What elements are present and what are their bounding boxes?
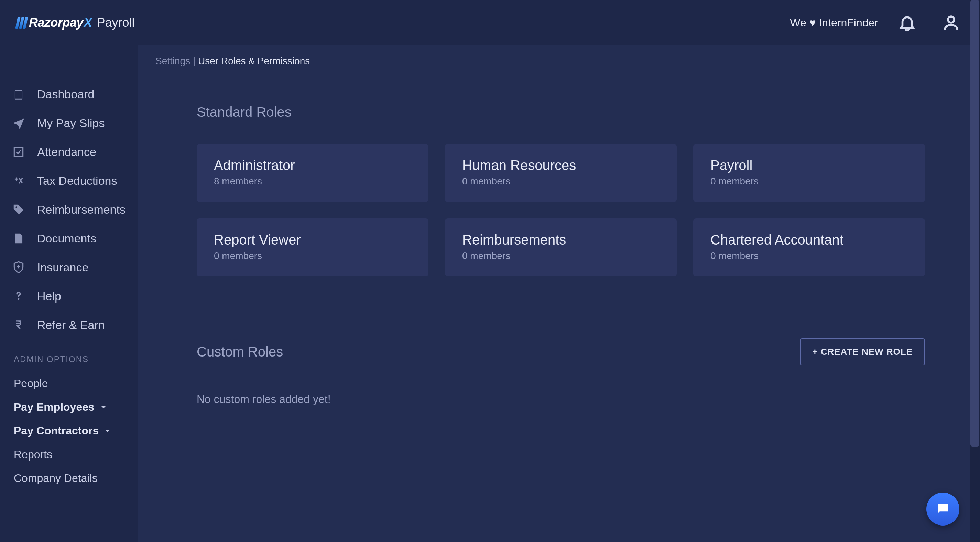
sidebar: Dashboard My Pay Slips Attendance Tax De… xyxy=(0,45,138,542)
role-name: Reimbursements xyxy=(462,232,660,248)
admin-item-label: Company Details xyxy=(14,472,98,485)
admin-item-people[interactable]: People xyxy=(0,372,138,395)
rupee-icon xyxy=(12,318,25,332)
paper-plane-icon xyxy=(12,116,25,130)
sidebar-item-attendance[interactable]: Attendance xyxy=(0,137,138,166)
brand-logo[interactable]: RazorpayX Payroll xyxy=(16,16,135,30)
chevron-down-icon xyxy=(103,426,113,436)
scrollbar-thumb[interactable] xyxy=(970,0,979,447)
question-icon xyxy=(12,289,25,303)
admin-item-label: Pay Employees xyxy=(14,401,95,414)
check-square-icon xyxy=(12,145,25,158)
role-members: 0 members xyxy=(462,176,660,187)
svg-point-1 xyxy=(16,206,17,208)
breadcrumb-parent[interactable]: Settings xyxy=(156,55,190,66)
role-card-chartered-accountant[interactable]: Chartered Accountant 0 members xyxy=(693,219,925,276)
admin-item-reports[interactable]: Reports xyxy=(0,443,138,466)
role-members: 0 members xyxy=(710,250,908,261)
role-name: Human Resources xyxy=(462,158,660,173)
sidebar-item-label: Help xyxy=(37,290,61,303)
sidebar-item-label: Reimbursements xyxy=(37,203,126,216)
main-content: Settings | User Roles & Permissions Stan… xyxy=(138,45,980,542)
admin-item-pay-employees[interactable]: Pay Employees xyxy=(0,395,138,419)
sidebar-item-label: Attendance xyxy=(37,145,96,158)
sidebar-item-label: Documents xyxy=(37,232,96,245)
standard-roles-title: Standard Roles xyxy=(197,105,925,120)
shield-plus-icon xyxy=(12,260,25,274)
breadcrumb-current: User Roles & Permissions xyxy=(198,55,310,66)
create-new-role-button[interactable]: + CREATE NEW ROLE xyxy=(800,338,925,366)
brand-mark: RazorpayX xyxy=(16,16,92,30)
role-name: Payroll xyxy=(710,158,908,173)
admin-item-label: People xyxy=(14,377,48,390)
clipboard-icon xyxy=(12,87,25,101)
sidebar-item-refer-earn[interactable]: Refer & Earn xyxy=(0,311,138,339)
sidebar-item-pay-slips[interactable]: My Pay Slips xyxy=(0,109,138,137)
brand-subproduct: Payroll xyxy=(97,16,135,30)
custom-roles-title: Custom Roles xyxy=(197,344,283,360)
top-header: RazorpayX Payroll We ♥ InternFinder xyxy=(0,0,980,45)
org-label[interactable]: We ♥ InternFinder xyxy=(790,16,878,29)
role-name: Chartered Accountant xyxy=(710,232,908,248)
role-card-report-viewer[interactable]: Report Viewer 0 members xyxy=(197,219,428,276)
sidebar-item-insurance[interactable]: Insurance xyxy=(0,253,138,282)
sidebar-item-label: Refer & Earn xyxy=(37,319,105,332)
chat-widget-button[interactable] xyxy=(926,493,959,526)
role-card-payroll[interactable]: Payroll 0 members xyxy=(693,144,925,202)
breadcrumb: Settings | User Roles & Permissions xyxy=(156,45,966,67)
admin-item-label: Pay Contractors xyxy=(14,425,99,437)
sidebar-item-label: Insurance xyxy=(37,261,88,274)
sidebar-item-help[interactable]: Help xyxy=(0,282,138,311)
sidebar-item-label: Dashboard xyxy=(37,87,94,101)
role-card-reimbursements[interactable]: Reimbursements 0 members xyxy=(445,219,677,276)
sidebar-item-tax-deductions[interactable]: Tax Deductions xyxy=(0,166,138,195)
role-members: 8 members xyxy=(214,176,411,187)
role-members: 0 members xyxy=(462,250,660,261)
role-card-administrator[interactable]: Administrator 8 members xyxy=(197,144,428,202)
admin-item-pay-contractors[interactable]: Pay Contractors xyxy=(0,419,138,443)
bell-icon xyxy=(898,13,916,32)
role-name: Administrator xyxy=(214,158,411,173)
role-members: 0 members xyxy=(710,176,908,187)
svg-point-2 xyxy=(18,298,20,300)
brand-text-main: Razorpay xyxy=(29,16,83,30)
notifications-button[interactable] xyxy=(892,8,922,38)
sidebar-item-label: My Pay Slips xyxy=(37,116,105,130)
calc-icon xyxy=(12,174,25,187)
standard-roles-grid: Administrator 8 members Human Resources … xyxy=(197,144,925,276)
sidebar-item-dashboard[interactable]: Dashboard xyxy=(0,80,138,109)
scrollbar-track[interactable] xyxy=(970,0,980,542)
account-button[interactable] xyxy=(936,8,966,38)
brand-stripes-icon xyxy=(15,17,28,29)
tag-icon xyxy=(12,203,25,216)
chevron-down-icon xyxy=(99,403,108,412)
document-icon xyxy=(12,231,25,245)
sidebar-item-documents[interactable]: Documents xyxy=(0,224,138,253)
user-icon xyxy=(942,13,960,32)
role-card-human-resources[interactable]: Human Resources 0 members xyxy=(445,144,677,202)
role-members: 0 members xyxy=(214,250,411,261)
admin-item-company-details[interactable]: Company Details xyxy=(0,466,138,490)
custom-roles-empty: No custom roles added yet! xyxy=(197,393,925,406)
admin-section-label: ADMIN OPTIONS xyxy=(0,339,138,372)
chat-icon xyxy=(935,501,950,517)
svg-point-0 xyxy=(948,16,954,23)
admin-item-label: Reports xyxy=(14,448,52,461)
role-name: Report Viewer xyxy=(214,232,411,248)
breadcrumb-separator: | xyxy=(190,55,198,66)
sidebar-item-reimbursements[interactable]: Reimbursements xyxy=(0,195,138,224)
brand-text-x: X xyxy=(84,16,92,30)
sidebar-item-label: Tax Deductions xyxy=(37,174,117,187)
